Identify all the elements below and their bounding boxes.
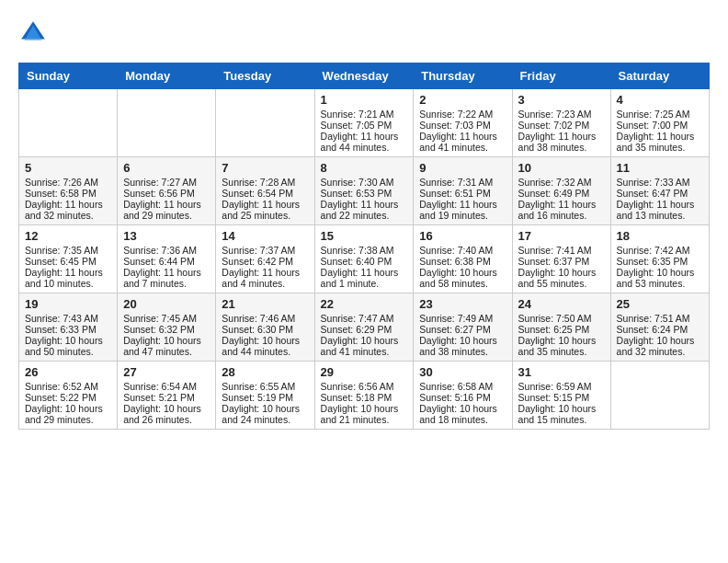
calendar-cell: 7Sunrise: 7:28 AMSunset: 6:54 PMDaylight… [216, 157, 314, 225]
day-info: Daylight: 11 hours and 22 minutes. [321, 199, 408, 221]
day-info: Sunset: 6:37 PM [518, 256, 605, 267]
logo-icon [18, 18, 48, 48]
day-info: Sunrise: 7:42 AM [617, 245, 703, 256]
day-info: Daylight: 10 hours and 44 minutes. [222, 335, 308, 357]
day-info: Sunset: 7:03 PM [419, 120, 506, 131]
day-number: 12 [25, 229, 111, 243]
week-row-1: 1Sunrise: 7:21 AMSunset: 7:05 PMDaylight… [19, 89, 710, 157]
day-info: Daylight: 11 hours and 32 minutes. [25, 199, 111, 221]
day-info: Daylight: 10 hours and 35 minutes. [518, 335, 605, 357]
day-info: Sunrise: 7:25 AM [617, 109, 703, 120]
day-number: 3 [518, 93, 605, 107]
day-number: 31 [518, 365, 605, 379]
day-info: Sunrise: 7:31 AM [419, 177, 506, 188]
day-info: Daylight: 11 hours and 4 minutes. [222, 267, 308, 289]
day-info: Sunset: 6:44 PM [123, 256, 210, 267]
day-info: Daylight: 10 hours and 21 minutes. [321, 403, 408, 425]
day-info: Sunset: 6:42 PM [222, 256, 308, 267]
week-row-3: 12Sunrise: 7:35 AMSunset: 6:45 PMDayligh… [19, 225, 710, 293]
calendar-cell: 3Sunrise: 7:23 AMSunset: 7:02 PMDaylight… [512, 89, 610, 157]
day-number: 9 [419, 161, 506, 175]
day-info: Sunrise: 7:43 AM [25, 313, 111, 324]
day-info: Sunrise: 7:46 AM [222, 313, 308, 324]
day-info: Sunrise: 7:35 AM [25, 245, 111, 256]
day-info: Daylight: 10 hours and 47 minutes. [123, 335, 210, 357]
calendar-cell: 29Sunrise: 6:56 AMSunset: 5:18 PMDayligh… [314, 362, 414, 430]
calendar-cell: 22Sunrise: 7:47 AMSunset: 6:29 PMDayligh… [314, 293, 414, 362]
day-info: Sunset: 6:35 PM [617, 256, 703, 267]
day-number: 30 [419, 365, 506, 379]
calendar-cell: 1Sunrise: 7:21 AMSunset: 7:05 PMDaylight… [314, 89, 414, 157]
calendar-cell: 19Sunrise: 7:43 AMSunset: 6:33 PMDayligh… [19, 293, 118, 362]
day-number: 10 [518, 161, 605, 175]
day-info: Sunset: 6:24 PM [617, 324, 703, 335]
weekday-header-sunday: Sunday [19, 63, 118, 89]
page-header [18, 18, 710, 48]
calendar-cell: 20Sunrise: 7:45 AMSunset: 6:32 PMDayligh… [118, 293, 216, 362]
day-info: Sunset: 7:05 PM [321, 120, 408, 131]
day-info: Sunrise: 7:21 AM [321, 109, 408, 120]
week-row-4: 19Sunrise: 7:43 AMSunset: 6:33 PMDayligh… [19, 293, 710, 362]
day-info: Daylight: 10 hours and 26 minutes. [123, 403, 210, 425]
day-info: Sunrise: 7:38 AM [321, 245, 408, 256]
calendar-cell: 13Sunrise: 7:36 AMSunset: 6:44 PMDayligh… [118, 225, 216, 293]
calendar-cell: 11Sunrise: 7:33 AMSunset: 6:47 PMDayligh… [610, 157, 709, 225]
day-info: Daylight: 11 hours and 16 minutes. [518, 199, 605, 221]
day-info: Sunset: 5:18 PM [321, 392, 408, 403]
day-info: Sunset: 6:56 PM [123, 188, 210, 199]
calendar-cell: 24Sunrise: 7:50 AMSunset: 6:25 PMDayligh… [512, 293, 610, 362]
day-info: Sunrise: 7:22 AM [419, 109, 506, 120]
day-number: 23 [419, 297, 506, 311]
calendar-cell: 15Sunrise: 7:38 AMSunset: 6:40 PMDayligh… [314, 225, 414, 293]
day-info: Sunset: 6:54 PM [222, 188, 308, 199]
day-info: Sunset: 6:58 PM [25, 188, 111, 199]
day-info: Sunset: 6:33 PM [25, 324, 111, 335]
day-number: 5 [25, 161, 111, 175]
day-info: Daylight: 10 hours and 38 minutes. [419, 335, 506, 357]
day-info: Daylight: 10 hours and 58 minutes. [419, 267, 506, 289]
weekday-header-thursday: Thursday [414, 63, 512, 89]
day-info: Sunset: 6:53 PM [321, 188, 408, 199]
day-info: Sunrise: 7:26 AM [25, 177, 111, 188]
calendar-cell: 21Sunrise: 7:46 AMSunset: 6:30 PMDayligh… [216, 293, 314, 362]
calendar-cell [118, 89, 216, 157]
day-info: Sunset: 5:21 PM [123, 392, 210, 403]
day-info: Sunset: 7:02 PM [518, 120, 605, 131]
day-info: Sunset: 6:47 PM [617, 188, 703, 199]
day-info: Sunset: 5:19 PM [222, 392, 308, 403]
calendar-cell: 10Sunrise: 7:32 AMSunset: 6:49 PMDayligh… [512, 157, 610, 225]
day-number: 8 [321, 161, 408, 175]
day-info: Daylight: 10 hours and 29 minutes. [25, 403, 111, 425]
day-info: Daylight: 10 hours and 55 minutes. [518, 267, 605, 289]
day-info: Sunrise: 7:37 AM [222, 245, 308, 256]
calendar-cell: 4Sunrise: 7:25 AMSunset: 7:00 PMDaylight… [610, 89, 709, 157]
day-info: Sunrise: 6:54 AM [123, 381, 210, 392]
calendar-cell: 5Sunrise: 7:26 AMSunset: 6:58 PMDaylight… [19, 157, 118, 225]
day-number: 13 [123, 229, 210, 243]
day-info: Sunset: 6:27 PM [419, 324, 506, 335]
day-info: Daylight: 11 hours and 10 minutes. [25, 267, 111, 289]
week-row-2: 5Sunrise: 7:26 AMSunset: 6:58 PMDaylight… [19, 157, 710, 225]
day-number: 16 [419, 229, 506, 243]
day-number: 6 [123, 161, 210, 175]
calendar-table: SundayMondayTuesdayWednesdayThursdayFrid… [18, 63, 710, 430]
calendar-cell: 25Sunrise: 7:51 AMSunset: 6:24 PMDayligh… [610, 293, 709, 362]
day-number: 20 [123, 297, 210, 311]
day-number: 27 [123, 365, 210, 379]
day-info: Sunrise: 7:33 AM [617, 177, 703, 188]
day-info: Daylight: 11 hours and 25 minutes. [222, 199, 308, 221]
calendar-cell: 28Sunrise: 6:55 AMSunset: 5:19 PMDayligh… [216, 362, 314, 430]
day-info: Daylight: 11 hours and 13 minutes. [617, 199, 703, 221]
day-info: Sunset: 5:22 PM [25, 392, 111, 403]
calendar-cell: 12Sunrise: 7:35 AMSunset: 6:45 PMDayligh… [19, 225, 118, 293]
day-info: Sunrise: 7:51 AM [617, 313, 703, 324]
day-info: Daylight: 11 hours and 38 minutes. [518, 131, 605, 153]
calendar-cell: 17Sunrise: 7:41 AMSunset: 6:37 PMDayligh… [512, 225, 610, 293]
day-number: 21 [222, 297, 308, 311]
day-number: 7 [222, 161, 308, 175]
day-info: Sunrise: 7:45 AM [123, 313, 210, 324]
weekday-header-wednesday: Wednesday [314, 63, 414, 89]
weekday-header-monday: Monday [118, 63, 216, 89]
day-info: Daylight: 11 hours and 7 minutes. [123, 267, 210, 289]
calendar-cell: 23Sunrise: 7:49 AMSunset: 6:27 PMDayligh… [414, 293, 512, 362]
